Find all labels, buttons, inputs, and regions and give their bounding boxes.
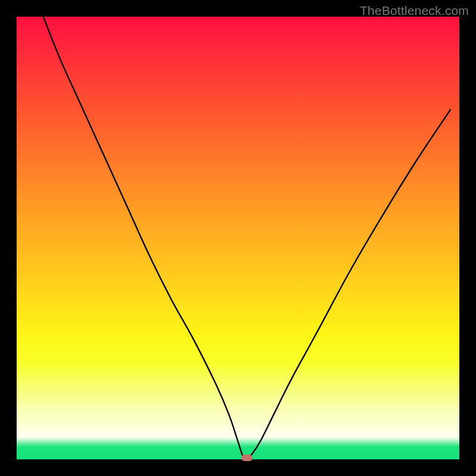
watermark-text: TheBottleneck.com bbox=[360, 4, 469, 18]
optimal-marker bbox=[242, 455, 252, 461]
chart-frame: TheBottleneck.com bbox=[0, 0, 476, 476]
bottleneck-curve bbox=[17, 17, 459, 459]
plot-area bbox=[17, 17, 459, 459]
